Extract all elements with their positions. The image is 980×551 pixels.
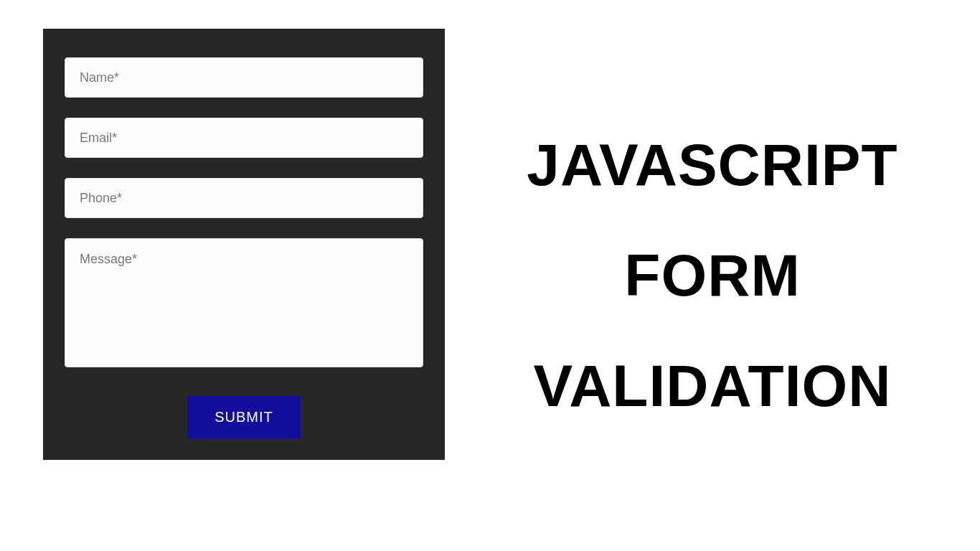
- title-line-3: VALIDATION: [534, 352, 892, 420]
- phone-input[interactable]: [65, 178, 423, 218]
- submit-wrap: SUBMIT: [65, 396, 423, 438]
- title-area: JAVASCRIPT FORM VALIDATION: [445, 29, 951, 522]
- submit-button[interactable]: SUBMIT: [187, 396, 301, 438]
- message-textarea[interactable]: [65, 238, 423, 367]
- title-line-2: FORM: [624, 242, 800, 309]
- name-input[interactable]: [65, 57, 423, 98]
- form-panel: SUBMIT: [43, 29, 445, 460]
- email-input[interactable]: [65, 118, 423, 158]
- title-line-1: JAVASCRIPT: [527, 131, 897, 199]
